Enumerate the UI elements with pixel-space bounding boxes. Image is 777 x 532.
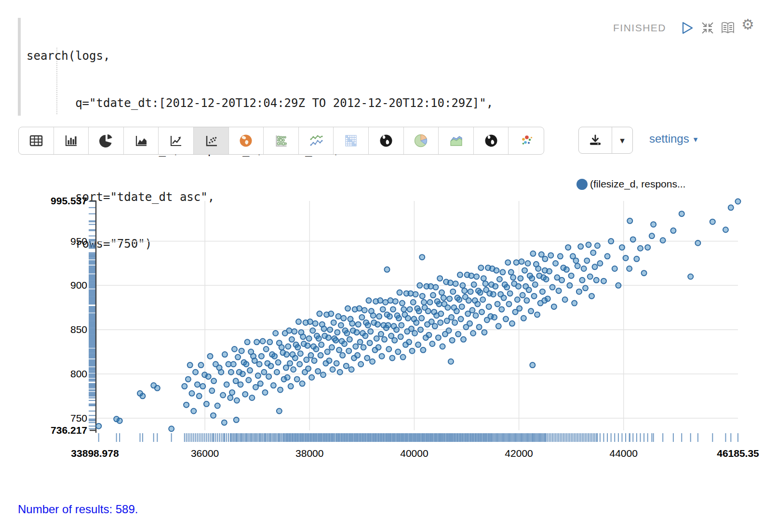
data-point <box>295 376 300 382</box>
data-point <box>627 218 632 224</box>
globe-button[interactable] <box>369 127 404 154</box>
play-icon[interactable] <box>681 21 694 35</box>
data-point <box>386 346 391 352</box>
data-point <box>317 311 322 317</box>
data-point <box>536 266 541 271</box>
data-point <box>584 258 589 263</box>
download-icon <box>589 134 602 146</box>
svg-text:736.217: 736.217 <box>51 425 87 436</box>
data-point <box>249 395 255 400</box>
settings-link[interactable]: settings ▾ <box>649 132 697 146</box>
data-point <box>222 420 227 425</box>
data-point <box>333 338 338 343</box>
data-point <box>429 341 435 346</box>
data-point <box>388 298 393 303</box>
data-point <box>182 384 187 389</box>
data-point <box>496 323 501 329</box>
multi-line-chart-button[interactable] <box>299 127 334 154</box>
data-point <box>418 327 423 332</box>
data-point <box>414 320 419 325</box>
data-point <box>601 279 606 284</box>
data-point <box>532 293 537 299</box>
data-point <box>362 333 368 338</box>
bubble-matrix-icon <box>274 134 288 147</box>
data-point <box>553 261 558 266</box>
data-point <box>267 339 272 345</box>
scatter-plot[interactable]: 750800850900950995.537736.21736000380004… <box>0 169 777 467</box>
data-point <box>306 366 311 371</box>
download-button[interactable] <box>579 127 612 153</box>
data-point <box>556 288 562 293</box>
data-point <box>285 375 290 380</box>
data-point <box>279 345 284 350</box>
data-point <box>247 368 253 373</box>
data-point <box>645 245 650 250</box>
area-chart-button[interactable] <box>124 127 159 154</box>
data-point <box>368 329 373 334</box>
data-point <box>499 306 504 312</box>
data-point <box>419 254 425 260</box>
data-point <box>456 297 462 302</box>
data-point <box>253 385 258 390</box>
compress-icon[interactable] <box>701 21 714 35</box>
gear-icon[interactable]: ⚙ <box>741 17 754 32</box>
data-point <box>457 272 463 278</box>
data-point <box>245 339 250 345</box>
data-point <box>450 338 455 343</box>
pie-colored-button[interactable] <box>404 127 439 154</box>
globe-2-button[interactable] <box>474 127 509 154</box>
settings-label: settings <box>649 132 689 146</box>
data-point <box>592 264 598 269</box>
data-point <box>384 267 389 272</box>
data-point <box>408 291 413 296</box>
y-axis-labels: 750800850900950995.537736.217 <box>51 195 87 436</box>
data-point <box>359 315 364 320</box>
bar-chart-button[interactable] <box>54 127 89 154</box>
data-point <box>338 322 344 328</box>
download-options-button[interactable]: ▾ <box>612 127 632 153</box>
data-point <box>209 388 214 393</box>
code-paragraph[interactable]: search(logs, q="tdate_dt:[2012-12-20T12:… <box>18 16 577 120</box>
heatmap-button[interactable] <box>334 127 369 154</box>
data-point <box>344 363 349 369</box>
data-point <box>565 245 571 250</box>
data-point <box>447 296 452 301</box>
svg-text:33898.978: 33898.978 <box>71 448 119 459</box>
bar-chart-icon <box>64 134 78 147</box>
data-point <box>438 311 443 317</box>
table-button[interactable] <box>19 127 54 154</box>
stacked-area-button[interactable] <box>439 127 474 154</box>
map-orange-icon <box>239 134 253 147</box>
data-point <box>649 233 655 239</box>
points-layer[interactable] <box>96 199 740 431</box>
data-point <box>259 354 264 359</box>
bubble-matrix-button[interactable] <box>264 127 299 154</box>
data-point <box>515 297 520 302</box>
data-point <box>358 361 363 367</box>
data-point <box>630 237 636 242</box>
data-point <box>271 383 276 388</box>
data-point <box>228 370 234 375</box>
data-point <box>642 270 647 276</box>
data-point <box>579 278 585 283</box>
cluster-scatter-button[interactable] <box>509 127 544 154</box>
book-icon[interactable] <box>721 21 735 35</box>
data-point <box>594 278 599 283</box>
data-point <box>586 242 591 247</box>
svg-text:42000: 42000 <box>505 448 533 459</box>
map-orange-button[interactable] <box>229 127 264 154</box>
data-point <box>575 263 580 268</box>
data-point <box>283 365 289 371</box>
data-point <box>341 316 346 321</box>
data-point <box>573 258 578 263</box>
data-point <box>378 332 384 337</box>
data-point <box>526 287 532 293</box>
line-chart-icon <box>169 134 183 147</box>
data-point <box>298 351 303 356</box>
data-point <box>506 301 511 306</box>
data-point <box>193 370 198 375</box>
pie-chart-button[interactable] <box>89 127 124 154</box>
data-point <box>346 348 351 354</box>
scatter-chart-button[interactable] <box>194 127 229 154</box>
line-chart-button[interactable] <box>159 127 194 154</box>
